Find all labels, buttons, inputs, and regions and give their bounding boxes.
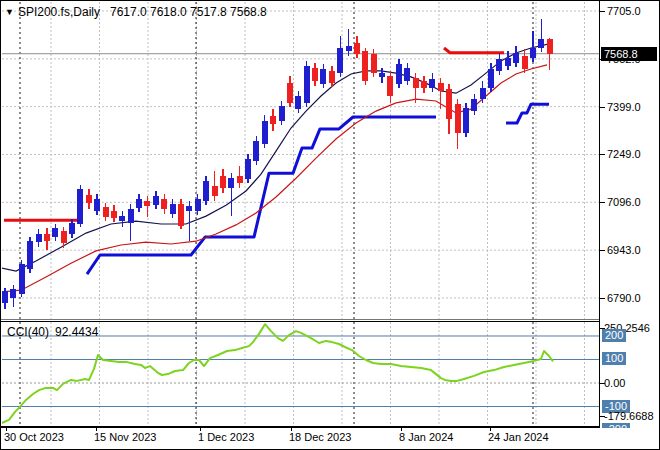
candle-body xyxy=(69,223,75,234)
candle-body xyxy=(103,207,109,217)
candle-body xyxy=(387,76,393,96)
candle-body xyxy=(237,176,243,183)
candle-body xyxy=(195,199,201,211)
symbol-period-label: SPI200.fs,Daily xyxy=(18,5,100,19)
candle-body xyxy=(245,159,251,179)
candle-body xyxy=(270,116,276,124)
candle-body xyxy=(538,39,544,48)
ma-slow-line xyxy=(1,65,547,292)
candle-body xyxy=(480,88,486,99)
candle-body xyxy=(287,83,293,103)
price-tick-label: 7096.0 xyxy=(607,196,641,208)
candles-layer xyxy=(2,19,553,309)
symbol-dropdown-icon[interactable]: ▼ xyxy=(5,7,14,17)
candle-body xyxy=(530,48,536,58)
candle-body xyxy=(522,56,528,69)
symbol-header: ▼SPI200.fs,Daily7617.0 7618.0 7517.8 756… xyxy=(5,5,267,19)
chart-canvas[interactable] xyxy=(1,1,659,449)
time-axis[interactable]: 30 Oct 202315 Nov 20231 Dec 202318 Dec 2… xyxy=(1,428,659,449)
cci-axis-label: -179.6688 xyxy=(604,410,654,422)
candle-body xyxy=(320,69,326,84)
candle-body xyxy=(136,199,142,208)
axis-tick-mark xyxy=(600,154,605,155)
candle-body xyxy=(455,104,461,133)
candle-body xyxy=(505,58,511,66)
price-axis[interactable]: 7705.07552.07399.07249.07096.06943.06790… xyxy=(599,1,660,428)
candle-body xyxy=(337,48,343,73)
candle-body xyxy=(86,195,92,203)
cci-name: CCI(40) xyxy=(7,325,49,339)
axis-tick-mark xyxy=(600,250,605,251)
candle-body xyxy=(413,78,419,88)
chart-window: ▼SPI200.fs,Daily7617.0 7618.0 7517.8 756… xyxy=(0,0,660,450)
candle-body xyxy=(379,73,385,77)
trailing-stop-line xyxy=(444,48,504,53)
date-label: 30 Oct 2023 xyxy=(4,431,64,443)
candle-body xyxy=(170,204,176,214)
axis-tick-mark xyxy=(600,298,605,299)
cci-axis-label: 200 xyxy=(602,329,626,342)
candle-body xyxy=(463,108,469,133)
candle-body xyxy=(128,209,134,223)
candle-body xyxy=(547,39,553,54)
candle-body xyxy=(471,99,477,111)
candle-body xyxy=(186,206,192,211)
candle-body xyxy=(36,234,42,242)
candle-body xyxy=(52,228,58,237)
candle-body xyxy=(119,216,125,221)
candle-body xyxy=(44,234,50,241)
price-tick-label: 7399.0 xyxy=(607,101,641,113)
panel-separator[interactable] xyxy=(1,319,659,320)
candle-body xyxy=(212,186,218,196)
date-label: 8 Jan 2024 xyxy=(399,431,453,443)
candle-body xyxy=(312,68,318,81)
candle-body xyxy=(513,53,519,63)
candle-body xyxy=(94,199,100,211)
candle-body xyxy=(161,199,167,209)
candle-body xyxy=(346,46,352,51)
axis-tick-mark xyxy=(600,107,605,108)
candle-body xyxy=(295,96,301,109)
cci-line xyxy=(1,324,553,423)
candle-body xyxy=(61,231,67,243)
current-price-label: 7568.8 xyxy=(601,47,657,61)
candle-body xyxy=(19,264,25,294)
candle-body xyxy=(446,89,452,119)
date-label: 15 Nov 2023 xyxy=(94,431,156,443)
candle-body xyxy=(253,141,259,161)
date-label: 18 Dec 2023 xyxy=(289,431,351,443)
candle-body xyxy=(203,181,209,201)
candle-body xyxy=(228,178,234,188)
candle-body xyxy=(396,64,402,84)
candle-body xyxy=(488,69,494,88)
candle-body xyxy=(421,81,427,88)
price-tick-label: 7705.0 xyxy=(607,5,641,17)
candle-body xyxy=(262,121,268,144)
candle-body xyxy=(329,71,335,83)
candle-body xyxy=(371,54,377,73)
candle-body xyxy=(144,201,150,206)
candle-body xyxy=(220,176,226,188)
candle-body xyxy=(438,83,444,91)
candle-body xyxy=(2,291,8,303)
ma-fast-line xyxy=(1,44,549,271)
candle-body xyxy=(178,204,184,226)
date-label: 1 Dec 2023 xyxy=(198,431,254,443)
candle-body xyxy=(304,66,310,103)
candle-body xyxy=(429,79,435,88)
price-tick-label: 6943.0 xyxy=(607,244,641,256)
candle-body xyxy=(153,196,159,205)
date-label: 24 Jan 2024 xyxy=(488,431,549,443)
main-price-panel xyxy=(1,2,599,319)
candle-body xyxy=(279,106,285,121)
ohlc-readout: 7617.0 7618.0 7517.8 7568.8 xyxy=(110,5,267,19)
candle-body xyxy=(10,289,16,298)
axis-tick-mark xyxy=(600,11,605,12)
candle-body xyxy=(77,189,83,224)
candle-body xyxy=(496,59,502,71)
candle-body xyxy=(111,211,117,218)
cci-value: 92.4434 xyxy=(55,325,98,339)
panel-separator-line xyxy=(1,321,659,322)
cci-axis-label: 100 xyxy=(602,352,626,365)
candle-body xyxy=(404,68,410,81)
